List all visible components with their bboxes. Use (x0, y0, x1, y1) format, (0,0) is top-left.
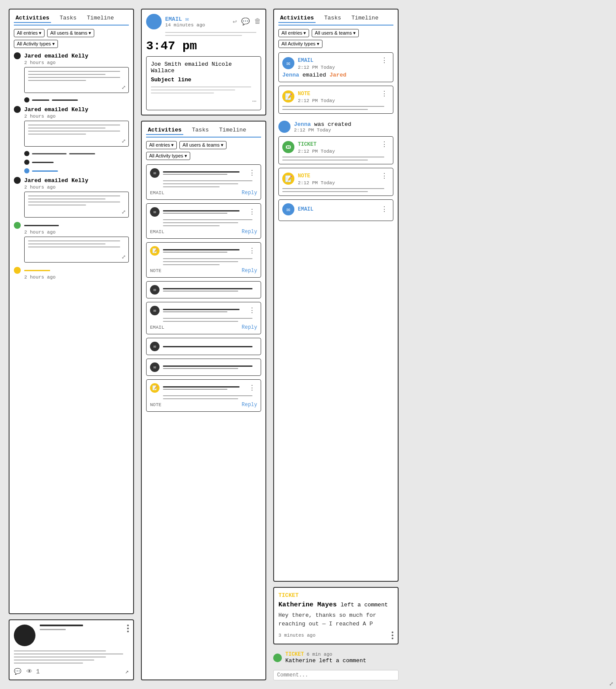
reply-button[interactable]: Reply (242, 402, 257, 408)
divider-item (24, 97, 129, 103)
tab-tasks-left[interactable]: Tasks (58, 14, 78, 23)
tab-activities-left[interactable]: Activities (14, 14, 51, 23)
activity-time: 2 hours ago (24, 275, 129, 280)
expand-icon[interactable]: ↗ (125, 668, 129, 675)
filter-entries-left[interactable]: All entries ▾ (14, 29, 45, 37)
card-lines (163, 210, 243, 214)
more-options-button[interactable]: ⋮ (379, 140, 389, 149)
filter-types-mid[interactable]: All Activity types ▾ (146, 152, 190, 160)
sketch-line (163, 368, 238, 369)
email-from: Joe Smith emailed Nicole Wallace (151, 61, 256, 74)
menu-dot (127, 625, 129, 626)
expand-icon[interactable]: ⤢ (121, 254, 126, 260)
card-time: 2:12 PM Today (298, 149, 389, 154)
card-lines (163, 171, 243, 175)
more-options-button[interactable]: ⋮ (379, 205, 389, 214)
tab-timeline-right[interactable]: Timeline (350, 14, 380, 23)
filter-users-right[interactable]: All users & teams ▾ (312, 29, 359, 37)
sketch-line (163, 309, 239, 310)
ticket-label: TICKET (278, 592, 299, 599)
sketch-line (151, 93, 214, 93)
divider-dot (24, 160, 29, 165)
email-meta: EMAIL ✉ 14 minutes ago (165, 16, 229, 28)
comment-icon[interactable]: 💬 (14, 668, 21, 675)
filter-entries-mid[interactable]: All entries ▾ (146, 141, 177, 149)
email-actions: ↩ 💬 🗑 (233, 17, 261, 26)
sketch-line (163, 258, 252, 259)
bottom-notification: TICKET 6 min ago Katherine left a commen… (273, 649, 399, 667)
reply-button[interactable]: Reply (242, 190, 257, 196)
sketch-line (163, 321, 238, 322)
sketch-line (163, 291, 238, 292)
sketch-line (163, 249, 239, 250)
activity-item: Jared emailed Kelly 2 hours ago ⤢ (14, 177, 129, 218)
expand-ticket-icon[interactable]: ⤢ (609, 681, 613, 687)
more-options-button[interactable]: ⋮ (247, 247, 257, 255)
card-description: Jenna emailed Jared (282, 72, 389, 78)
more-options-button[interactable]: ⋮ (247, 169, 257, 177)
card-title: TICKET (298, 141, 316, 147)
tab-tasks-mid[interactable]: Tasks (190, 126, 211, 135)
reply-button[interactable]: Reply (242, 268, 257, 274)
mid-activities-panel: Activities Tasks Timeline All entries ▾ … (141, 121, 266, 680)
card-lines (163, 249, 243, 253)
sketch-line (282, 188, 384, 189)
activity-time: 2 hours ago (24, 60, 129, 65)
filter-users-mid[interactable]: All users & teams ▾ (179, 141, 227, 149)
filter-types-left[interactable]: All Activity types ▾ (14, 40, 58, 48)
reply-button[interactable]: Reply (242, 229, 257, 235)
card-title: NOTE (298, 91, 310, 97)
sketch-line (28, 71, 120, 72)
card-lines (163, 365, 257, 369)
activity-title: Jared emailed Kelly (24, 106, 88, 113)
card-icon: ✉ (150, 285, 160, 295)
filter-entries-right[interactable]: All entries ▾ (278, 29, 309, 37)
more-options-button[interactable]: ⋮ (247, 208, 257, 216)
sketch-line (163, 365, 252, 367)
trash-icon[interactable]: 🗑 (254, 17, 261, 26)
more-options-button[interactable]: ⋮ (379, 90, 389, 98)
sketch-line (163, 186, 220, 187)
note-icon: 📝 (282, 90, 294, 103)
card-content: NOTE ⋮ 2:12 PM Today (298, 172, 389, 186)
expand-icon[interactable]: ⤢ (121, 84, 126, 91)
more-options-button[interactable]: ⋮ (247, 306, 257, 315)
sketch-line (28, 195, 120, 196)
sketch-line (163, 174, 227, 175)
sketch-line (282, 191, 368, 192)
tab-tasks-right[interactable]: Tasks (322, 14, 343, 23)
tab-timeline-left[interactable]: Timeline (85, 14, 115, 23)
tab-activities-mid[interactable]: Activities (146, 126, 183, 135)
reply-icon[interactable]: ↩ (233, 17, 237, 26)
card-lines (163, 309, 243, 312)
sketch-line (163, 183, 238, 184)
more-options-button[interactable]: ⋮ (379, 56, 389, 65)
filter-users-left[interactable]: All users & teams ▾ (47, 29, 94, 37)
sketch-line (28, 131, 120, 131)
notif-dot (273, 654, 282, 662)
more-options-button[interactable]: ⋮ (379, 172, 389, 180)
tab-activities-right[interactable]: Activities (278, 14, 316, 23)
more-options-button[interactable]: ⋮ (247, 384, 257, 392)
expand-icon[interactable]: ⤢ (121, 209, 126, 215)
dots-icon[interactable]: ⋯ (252, 97, 256, 106)
card-icon: ✉ (150, 342, 160, 351)
chat-icon[interactable]: 💬 (241, 17, 250, 26)
notif-content: TICKET 6 min ago Katherine left a commen… (285, 651, 399, 664)
sketch-line (28, 125, 120, 125)
comment-input[interactable] (273, 670, 399, 680)
creation-avatar (278, 121, 290, 133)
right-tabs: Activities Tasks Timeline (278, 14, 393, 26)
card-icon: ✉ (150, 362, 160, 372)
sketch-line (14, 663, 83, 663)
card-time: 2:12 PM Today (298, 180, 389, 186)
activity-item: Jared emailed Kelly 2 hours ago ⤢ (14, 106, 129, 147)
card-content: EMAIL ⋮ (298, 205, 389, 214)
filter-types-right[interactable]: All Activity types ▾ (278, 40, 322, 48)
sketch-line (163, 288, 252, 289)
sketch-line (28, 128, 105, 128)
expand-icon[interactable]: ⤢ (121, 138, 126, 144)
middle-column: EMAIL ✉ 14 minutes ago ↩ 💬 🗑 3:47 pm Joe… (141, 9, 266, 680)
tab-timeline-mid[interactable]: Timeline (217, 126, 248, 135)
reply-button[interactable]: Reply (242, 324, 257, 330)
